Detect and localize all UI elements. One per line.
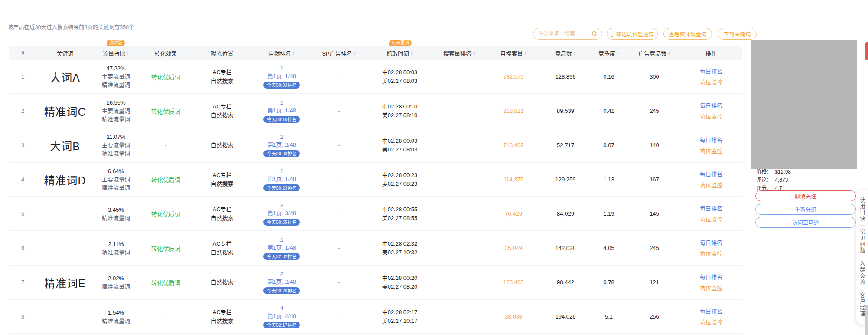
slot-monitor-link[interactable]: 坑位监控	[700, 111, 722, 122]
conversion-effect: 转化优质词	[151, 210, 181, 218]
competitor-count: 129,259	[556, 176, 576, 183]
monthly-search-volume: 35,049	[505, 245, 522, 251]
table-row: 62.11%精准流量词转化优质词AC专栏自然搜索1第1页, 1/48今天02:3…	[9, 231, 742, 266]
traffic-tag: 精准流量词	[102, 248, 130, 256]
col-natural-rank[interactable]: 自然排名▲▼	[251, 49, 312, 57]
slot-monitor-link[interactable]: 坑位监控	[700, 77, 722, 88]
traffic-tag: 精准流量词	[102, 282, 130, 291]
row-index: 4	[21, 176, 24, 183]
daily-rank-link[interactable]: 每日排名	[700, 100, 722, 111]
monthly-search-volume: 70,429	[505, 210, 522, 217]
exposure-position: 自然搜索	[211, 111, 233, 120]
filter-monitor-button[interactable]: 筛选坑位监控词	[607, 28, 658, 40]
row-index: 3	[21, 142, 24, 148]
crawl-time-us: 美02.27 08:03	[382, 77, 418, 85]
today-rank-badge: 今天00:20排名	[263, 287, 300, 294]
traffic-percent: 11.07%	[107, 133, 125, 141]
competitor-count: 98,442	[557, 279, 574, 286]
keyword-table-body: 1大词A47.22%主要流量词精准流量词转化优质词AC专栏自然搜索1第1页, 1…	[9, 60, 742, 334]
col-competition[interactable]: 竞争度▲▼	[589, 49, 628, 57]
competitor-count: 84,029	[557, 210, 574, 217]
crawl-time-cn: 中02.28 00:10	[382, 102, 418, 111]
traffic-tag: 精准流量词	[102, 149, 130, 158]
exposure-position: AC专栏	[212, 205, 231, 214]
search-input[interactable]	[538, 30, 589, 37]
daily-rank-link[interactable]: 每日排名	[700, 203, 722, 214]
slot-monitor-link[interactable]: 坑位监控	[700, 248, 722, 259]
slot-monitor-link[interactable]: 坑位监控	[700, 214, 722, 225]
traffic-tag: 主要流量词	[102, 107, 130, 115]
side-tab-group-chat[interactable]: 入群交流	[858, 257, 866, 289]
competition-degree: 0.07	[603, 142, 614, 148]
col-crawl-time[interactable]: 抓取时间▲▼	[366, 49, 433, 57]
daily-rank-link[interactable]: 每日排名	[700, 66, 722, 77]
ad-competitor-count: 140	[650, 142, 659, 148]
today-rank-badge: 今天00:03排名	[263, 82, 300, 89]
col-traffic-share[interactable]: 流量占比▲▼	[93, 49, 139, 57]
regroup-button[interactable]: 重新分组	[755, 204, 856, 215]
side-tab-usage-tips[interactable]: 使用口诀	[858, 194, 866, 226]
traffic-tag: 精准流量词	[102, 184, 130, 192]
table-row: 2精准词C16.55%主要流量词精准流量词转化优质词AC专栏自然搜索1第1页, …	[9, 94, 742, 128]
slot-monitor-link[interactable]: 坑位监控	[700, 317, 722, 328]
exposure-position: 自然搜索	[211, 278, 233, 287]
column-header-label: 自然排名	[269, 49, 291, 57]
competitor-count: 142,028	[556, 245, 576, 251]
slot-monitor-link[interactable]: 坑位监控	[700, 282, 722, 293]
search-box[interactable]	[533, 28, 602, 40]
slot-monitor-link[interactable]: 坑位监控	[700, 145, 722, 156]
sp-ad-rank: -	[338, 279, 340, 286]
bottom-divider	[0, 334, 868, 334]
ad-competitor-count: 121	[650, 279, 659, 286]
floating-side-tabs: 使用口诀 常见问题 入群交流 客户经理	[856, 190, 868, 325]
row-index: 8	[21, 313, 24, 320]
daily-rank-link[interactable]: 每日排名	[700, 272, 722, 282]
natural-rank-number: 1	[280, 99, 283, 107]
conversion-effect: 转化优质词	[151, 107, 181, 115]
scrollbar-thumb[interactable]	[865, 305, 868, 335]
row-index: 7	[21, 279, 24, 286]
daily-rank-link[interactable]: 每日排名	[700, 237, 722, 248]
natural-rank-page: 第1页, 1/48	[267, 175, 296, 183]
column-header-label: 竞品数	[555, 49, 572, 57]
natural-rank-page: 第1页, 4/48	[267, 312, 296, 320]
column-header-label: 搜索量排名	[443, 49, 471, 57]
keyword-label: 精准词E	[44, 275, 86, 290]
table-header-row: #关键词流量占比▲▼转化效果曝光位置自然排名▲▼SP广告排名▲▼抓取时间▲▼搜索…	[9, 46, 742, 60]
col-ad-competitors[interactable]: 广告竞品数▲▼	[628, 49, 680, 57]
crawl-time-cn: 中02.28 00:20	[382, 274, 418, 282]
col-sp-ad-rank[interactable]: SP广告排名▲▼	[312, 49, 366, 57]
visit-amazon-button[interactable]: 访问亚马逊	[755, 217, 856, 228]
column-header-label: 抓取时间	[387, 49, 409, 57]
unfollow-button[interactable]: 取消关注	[755, 190, 856, 201]
traffic-tag: 精准流量词	[102, 115, 130, 123]
product-image-placeholder	[751, 40, 857, 169]
sp-ad-rank: -	[338, 210, 340, 217]
traffic-tag: 主要流量词	[102, 72, 130, 81]
crawl-time-cn: 中02.28 00:03	[382, 68, 418, 77]
daily-rank-link[interactable]: 每日排名	[700, 306, 722, 317]
collapsed-floating-tab[interactable]	[865, 42, 868, 60]
product-info: 价格： $12.98 评论： 4,673 评分： 4.7	[756, 168, 791, 193]
competitor-count: 194,026	[556, 313, 576, 320]
traffic-percent: 47.22%	[106, 64, 125, 72]
daily-rank-link[interactable]: 每日排名	[700, 169, 722, 180]
daily-rank-link[interactable]: 每日排名	[700, 135, 722, 145]
today-rank-badge: 今天02:32排名	[263, 253, 300, 260]
variant-traffic-button[interactable]: 查看变体流量词	[663, 28, 712, 40]
table-row: 3大词B11.07%主要流量词精准流量词-自然搜索2第1页, 2/48今天00:…	[9, 128, 742, 163]
column-header-label: 关键词	[56, 49, 73, 57]
side-tab-faq[interactable]: 常见问题	[858, 226, 866, 257]
col-search-volume-rank[interactable]: 搜索量排名▲▼	[433, 49, 485, 57]
sp-ad-rank: -	[338, 245, 340, 251]
col-competitors[interactable]: 竞品数▲▼	[542, 49, 589, 57]
traffic-tag: 精准流量词	[102, 317, 130, 325]
conversion-effect: 转化优质词	[151, 72, 181, 81]
checkbox-icon[interactable]	[611, 31, 613, 37]
reviews-value: 4,673	[775, 177, 788, 183]
competition-degree: 1.13	[603, 176, 614, 183]
natural-rank-page: 第1页, 1/48	[267, 72, 296, 80]
col-monthly-searches[interactable]: 月搜索量▲▼	[485, 49, 542, 57]
slot-monitor-link[interactable]: 坑位监控	[700, 180, 722, 190]
download-keywords-button[interactable]: 下载关键词	[718, 28, 757, 40]
